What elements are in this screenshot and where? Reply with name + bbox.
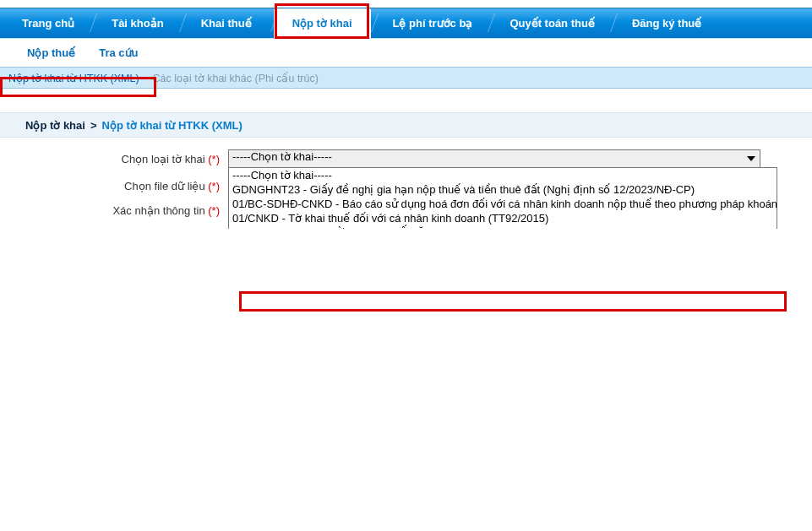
dropdown-option[interactable]: 01/BC-SDHĐ-CNKD - Báo cáo sử dụng hoá đơ… — [229, 197, 777, 211]
breadcrumb-sep: > — [85, 119, 102, 132]
nav-label: Khai thuế — [201, 17, 252, 30]
select-declaration-type[interactable]: -----Chọn tờ khai----- — [228, 149, 760, 168]
breadcrumb-root: Nộp tờ khai — [25, 119, 85, 132]
nav-label: Nộp tờ khai — [292, 17, 352, 30]
dropdown-option[interactable]: -----Chọn tờ khai----- — [229, 168, 777, 182]
nav-nop-to-khai[interactable]: Nộp tờ khai — [274, 8, 371, 38]
required-mark: (*) — [208, 180, 220, 192]
required-mark: (*) — [208, 204, 220, 217]
nav-khaithue[interactable]: Khai thuế — [183, 8, 270, 38]
subsub-bar: Nộp tờ khai từ HTKK (XML) Các loại tờ kh… — [0, 67, 812, 89]
nav-label: Lệ phí trước bạ — [393, 17, 473, 30]
row-select: Chọn loại tờ khai (*) -----Chọn tờ khai-… — [25, 149, 812, 168]
label-file-text: Chọn file dữ liệu — [124, 180, 205, 192]
nav-dangkythue[interactable]: Đăng ký thuế — [613, 8, 720, 38]
nav-account[interactable]: Tài khoản — [93, 8, 182, 38]
subsub-htkk-xml[interactable]: Nộp tờ khai từ HTKK (XML) — [2, 72, 146, 84]
form-area: Chọn loại tờ khai (*) -----Chọn tờ khai-… — [0, 149, 812, 217]
breadcrumb-current: Nộp tờ khai từ HTKK (XML) — [102, 119, 243, 132]
nav-quyettoanthue[interactable]: Quyết toán thuế — [491, 8, 613, 38]
nav-label: Trang chủ — [22, 17, 74, 30]
sub-nav: Nộp thuế Tra cứu — [0, 38, 812, 67]
dropdown-option[interactable]: 01/TKN-XSBHĐC - TỜ KHAI THUẾ NĂM (TT92/2… — [229, 225, 777, 229]
nav-label: Tài khoản — [112, 17, 163, 30]
subsub-other[interactable]: Các loại tờ khai khác (Phi cấu trúc) — [146, 72, 325, 84]
subnav-nopthue[interactable]: Nộp thuế — [15, 39, 87, 67]
nav-home[interactable]: Trang chủ — [3, 8, 93, 38]
breadcrumb: Nộp tờ khai > Nộp tờ khai từ HTKK (XML) — [0, 112, 812, 138]
dropdown-option[interactable]: 01/CNKD - Tờ khai thuế đối với cá nhân k… — [229, 211, 777, 225]
nav-label: Quyết toán thuế — [510, 17, 595, 30]
select-wrap: -----Chọn tờ khai----- -----Chọn tờ khai… — [228, 149, 760, 168]
dropdown-declaration-type[interactable]: -----Chọn tờ khai-----GDNGHNT23 - Giấy đ… — [228, 167, 777, 229]
subnav-tracuu[interactable]: Tra cứu — [87, 39, 150, 67]
label-select-text: Chọn loại tờ khai — [122, 153, 205, 165]
label-confirm-text: Xác nhận thông tin — [112, 204, 204, 217]
label-confirm: Xác nhận thông tin (*) — [25, 204, 228, 217]
label-file: Chọn file dữ liệu (*) — [25, 180, 228, 192]
main-nav: Trang chủ Tài khoản Khai thuế Nộp tờ kha… — [0, 8, 812, 38]
nav-label: Đăng ký thuế — [632, 17, 701, 30]
dropdown-option[interactable]: GDNGHNT23 - Giấy đề nghị gia hạn nộp thu… — [229, 182, 777, 197]
nav-lephitruocba[interactable]: Lệ phí trước bạ — [374, 8, 492, 38]
required-mark: (*) — [208, 153, 220, 165]
label-select: Chọn loại tờ khai (*) — [25, 153, 228, 165]
